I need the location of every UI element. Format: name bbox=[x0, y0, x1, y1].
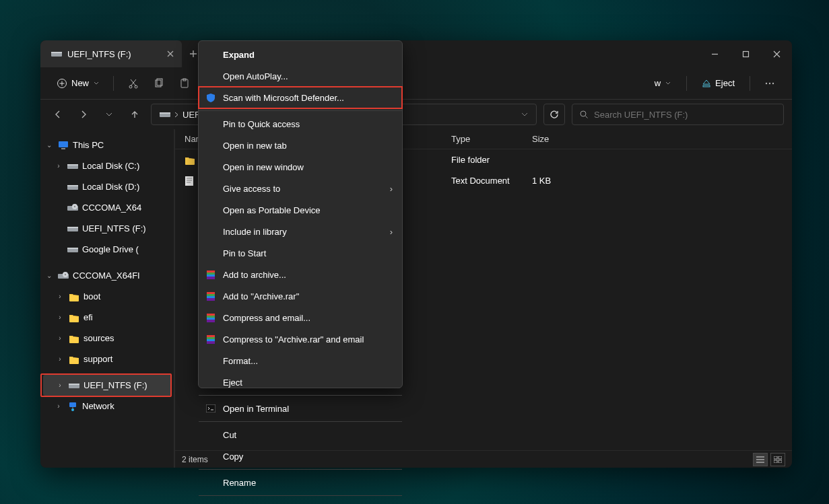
tree-item[interactable]: Google Drive ( bbox=[40, 239, 174, 260]
svg-rect-34 bbox=[69, 384, 79, 385]
svg-rect-1 bbox=[51, 52, 62, 53]
view-dropdown[interactable]: w bbox=[648, 75, 678, 91]
network-icon bbox=[67, 402, 78, 411]
search-box[interactable] bbox=[572, 104, 784, 125]
menu-item[interactable]: Add to archive... bbox=[199, 264, 402, 285]
tree-item-label: efi bbox=[84, 312, 93, 322]
cut-button[interactable] bbox=[122, 72, 145, 95]
tree-item[interactable]: ›Local Disk (C:) bbox=[40, 155, 174, 176]
menu-item[interactable]: Open AutoPlay... bbox=[199, 65, 402, 87]
separator bbox=[750, 76, 750, 91]
chevron-down-icon[interactable] bbox=[517, 112, 532, 116]
chevron-right-icon[interactable]: › bbox=[55, 355, 65, 363]
svg-rect-55 bbox=[207, 335, 215, 337]
menu-item[interactable]: Include in library› bbox=[199, 221, 402, 242]
details-view-button[interactable] bbox=[753, 453, 768, 466]
svg-point-25 bbox=[74, 205, 75, 207]
menu-item[interactable]: Expand bbox=[199, 44, 402, 65]
tree-item[interactable]: ›support bbox=[40, 349, 174, 369]
dvd-icon bbox=[67, 203, 78, 213]
menu-item[interactable]: Open in new window bbox=[199, 156, 402, 178]
maximize-button[interactable] bbox=[730, 40, 761, 67]
menu-item[interactable]: Cut bbox=[199, 424, 402, 445]
menu-item[interactable]: Pin to Start bbox=[199, 242, 402, 264]
close-window-button[interactable] bbox=[761, 40, 792, 67]
tree-item[interactable]: ›boot bbox=[40, 286, 174, 307]
file-type: Text Document bbox=[451, 176, 532, 186]
search-input[interactable] bbox=[594, 110, 776, 120]
paste-button[interactable] bbox=[173, 72, 196, 95]
back-button[interactable] bbox=[48, 105, 67, 124]
menu-item[interactable]: Open in new tab bbox=[199, 135, 402, 156]
tiles-view-button[interactable] bbox=[770, 453, 785, 466]
titlebar: UEFI_NTFS (F:) bbox=[40, 40, 792, 67]
folder-icon bbox=[69, 334, 79, 343]
tree-item[interactable]: CCCOMA_X64 bbox=[40, 197, 174, 218]
svg-rect-27 bbox=[67, 227, 78, 228]
menu-item[interactable]: Compress and email... bbox=[199, 307, 402, 328]
menu-item-label: Cut bbox=[223, 430, 236, 440]
menu-item[interactable]: Scan with Microsoft Defender... bbox=[199, 87, 402, 108]
svg-point-12 bbox=[769, 82, 770, 83]
close-tab-icon[interactable] bbox=[167, 50, 174, 57]
menu-item[interactable]: Rename bbox=[199, 472, 402, 493]
menu-item[interactable]: Compress to "Archive.rar" and email bbox=[199, 328, 402, 350]
copy-button[interactable] bbox=[147, 72, 170, 95]
chevron-right-icon: › bbox=[390, 184, 393, 194]
menu-item[interactable]: Give access to› bbox=[199, 178, 402, 199]
tree-item[interactable]: ›Network bbox=[40, 396, 174, 417]
column-size[interactable]: Size bbox=[532, 134, 586, 144]
chevron-down-icon[interactable]: ⌄ bbox=[44, 141, 54, 149]
menu-item[interactable]: Eject bbox=[199, 371, 402, 393]
menu-item[interactable]: Copy bbox=[199, 445, 402, 467]
tree-item[interactable]: ›efi bbox=[40, 307, 174, 328]
svg-point-16 bbox=[581, 111, 586, 116]
recent-dropdown[interactable] bbox=[100, 105, 119, 124]
tab-uefi-ntfs[interactable]: UEFI_NTFS (F:) bbox=[40, 40, 182, 67]
tree-item[interactable]: Local Disk (D:) bbox=[40, 176, 174, 197]
refresh-button[interactable] bbox=[543, 104, 565, 125]
chevron-down-icon[interactable]: ⌄ bbox=[44, 272, 54, 279]
tree-item[interactable]: UEFI_NTFS (F:) bbox=[40, 218, 174, 239]
svg-rect-52 bbox=[207, 316, 215, 318]
svg-rect-47 bbox=[207, 292, 215, 294]
folder-icon bbox=[69, 355, 79, 364]
chevron-right-icon[interactable]: › bbox=[54, 162, 63, 170]
chevron-right-icon[interactable]: › bbox=[54, 402, 63, 410]
new-button[interactable]: New bbox=[51, 75, 105, 92]
folder-icon bbox=[69, 313, 79, 322]
tree-item[interactable]: ›UEFI_NTFS (F:) bbox=[43, 375, 172, 396]
svg-point-11 bbox=[766, 82, 767, 83]
chevron-right-icon bbox=[174, 112, 178, 118]
svg-rect-15 bbox=[160, 112, 170, 114]
menu-item[interactable]: Format... bbox=[199, 350, 402, 371]
column-type[interactable]: Type bbox=[451, 134, 532, 144]
disk-icon bbox=[67, 162, 78, 170]
chevron-right-icon[interactable]: › bbox=[55, 293, 65, 300]
tree-item[interactable]: ›sources bbox=[40, 328, 174, 349]
svg-point-32 bbox=[65, 273, 66, 275]
menu-item-label: Pin to Start bbox=[223, 248, 266, 258]
eject-button[interactable]: Eject bbox=[695, 75, 741, 91]
toolbar: New w Eject bbox=[40, 67, 792, 100]
chevron-right-icon[interactable]: › bbox=[55, 334, 65, 342]
svg-rect-43 bbox=[207, 271, 215, 273]
forward-button[interactable] bbox=[74, 105, 93, 124]
chevron-right-icon[interactable]: › bbox=[55, 382, 65, 389]
tree-item[interactable]: ⌄CCCOMA_X64FI bbox=[40, 265, 174, 286]
tree-item[interactable]: ⌄This PC bbox=[40, 135, 174, 155]
chevron-right-icon[interactable]: › bbox=[55, 314, 65, 321]
menu-item[interactable]: Properties bbox=[199, 498, 402, 504]
menu-item[interactable]: Add to "Archive.rar" bbox=[199, 285, 402, 307]
more-button[interactable] bbox=[758, 72, 781, 95]
minimize-button[interactable] bbox=[699, 40, 730, 67]
eject-label: Eject bbox=[715, 78, 735, 88]
menu-item[interactable]: Open in Terminal bbox=[199, 398, 402, 419]
svg-rect-45 bbox=[207, 275, 215, 277]
up-button[interactable] bbox=[125, 105, 144, 124]
svg-rect-29 bbox=[67, 248, 78, 249]
menu-item[interactable]: Open as Portable Device bbox=[199, 199, 402, 221]
disk-icon bbox=[69, 382, 79, 390]
menu-item-label: Rename bbox=[223, 478, 256, 488]
menu-item[interactable]: Pin to Quick access bbox=[199, 113, 402, 135]
